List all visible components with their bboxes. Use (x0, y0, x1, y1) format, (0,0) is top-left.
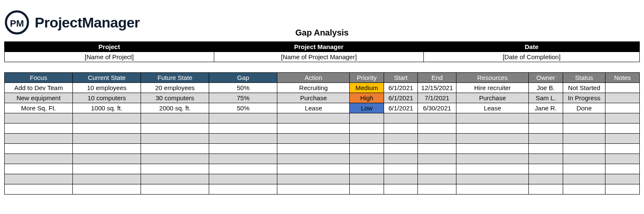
cell-empty[interactable] (418, 184, 456, 195)
cell-empty[interactable] (456, 123, 529, 134)
cell-empty[interactable] (563, 184, 605, 195)
cell-empty[interactable] (605, 113, 640, 123)
cell-focus[interactable]: Add to Dev Team (5, 83, 73, 93)
cell-empty[interactable] (418, 134, 456, 144)
cell-focus[interactable]: New equipment (5, 93, 73, 103)
cell-empty[interactable] (73, 154, 141, 164)
cell-gap[interactable]: 50% (209, 83, 277, 93)
cell-priority[interactable]: Low (350, 103, 384, 113)
cell-empty[interactable] (384, 184, 418, 195)
cell-empty[interactable] (277, 113, 350, 123)
cell-empty[interactable] (350, 134, 384, 144)
meta-value-project[interactable]: [Name of Project] (5, 52, 214, 62)
cell-empty[interactable] (456, 134, 529, 144)
cell-notes[interactable] (605, 103, 640, 113)
cell-empty[interactable] (209, 134, 277, 144)
cell-empty[interactable] (277, 174, 350, 184)
cell-end[interactable]: 12/15/2021 (418, 83, 456, 93)
cell-empty[interactable] (350, 184, 384, 195)
cell-owner[interactable]: Jane R. (529, 103, 563, 113)
cell-empty[interactable] (605, 174, 640, 184)
cell-empty[interactable] (73, 113, 141, 123)
cell-empty[interactable] (73, 174, 141, 184)
cell-priority[interactable]: High (350, 93, 384, 103)
cell-empty[interactable] (456, 164, 529, 174)
cell-empty[interactable] (418, 123, 456, 134)
cell-status[interactable]: Not Started (563, 83, 605, 93)
cell-empty[interactable] (605, 154, 640, 164)
cell-empty[interactable] (529, 123, 563, 134)
cell-empty[interactable] (5, 164, 73, 174)
cell-empty[interactable] (384, 164, 418, 174)
cell-empty[interactable] (456, 113, 529, 123)
cell-empty[interactable] (418, 164, 456, 174)
cell-empty[interactable] (456, 184, 529, 195)
cell-empty[interactable] (563, 144, 605, 154)
cell-resources[interactable]: Lease (456, 103, 529, 113)
cell-empty[interactable] (384, 123, 418, 134)
cell-empty[interactable] (141, 144, 209, 154)
cell-empty[interactable] (73, 123, 141, 134)
cell-empty[interactable] (350, 174, 384, 184)
cell-empty[interactable] (209, 164, 277, 174)
cell-empty[interactable] (73, 134, 141, 144)
cell-current[interactable]: 10 employees (73, 83, 141, 93)
cell-empty[interactable] (277, 184, 350, 195)
cell-status[interactable]: Done (563, 103, 605, 113)
cell-empty[interactable] (350, 164, 384, 174)
cell-action[interactable]: Purchase (277, 93, 350, 103)
cell-empty[interactable] (605, 144, 640, 154)
cell-empty[interactable] (418, 144, 456, 154)
cell-empty[interactable] (209, 154, 277, 164)
cell-empty[interactable] (141, 174, 209, 184)
cell-empty[interactable] (277, 154, 350, 164)
cell-notes[interactable] (605, 93, 640, 103)
cell-empty[interactable] (563, 174, 605, 184)
cell-start[interactable]: 6/1/2021 (384, 103, 418, 113)
cell-empty[interactable] (529, 164, 563, 174)
cell-empty[interactable] (456, 174, 529, 184)
cell-empty[interactable] (277, 134, 350, 144)
cell-empty[interactable] (73, 164, 141, 174)
cell-start[interactable]: 6/1/2021 (384, 93, 418, 103)
cell-empty[interactable] (418, 154, 456, 164)
cell-end[interactable]: 7/1/2021 (418, 93, 456, 103)
cell-empty[interactable] (563, 154, 605, 164)
cell-empty[interactable] (209, 144, 277, 154)
cell-gap[interactable]: 75% (209, 93, 277, 103)
cell-empty[interactable] (563, 113, 605, 123)
cell-owner[interactable]: Joe B. (529, 83, 563, 93)
cell-priority[interactable]: Medium (350, 83, 384, 93)
cell-status[interactable]: In Progress (563, 93, 605, 103)
cell-empty[interactable] (5, 113, 73, 123)
cell-empty[interactable] (5, 123, 73, 134)
cell-empty[interactable] (529, 144, 563, 154)
cell-current[interactable]: 1000 sq. ft. (73, 103, 141, 113)
cell-empty[interactable] (529, 154, 563, 164)
cell-empty[interactable] (350, 154, 384, 164)
cell-empty[interactable] (529, 184, 563, 195)
cell-empty[interactable] (209, 174, 277, 184)
meta-value-date[interactable]: [Date of Completion] (424, 52, 640, 62)
cell-empty[interactable] (350, 123, 384, 134)
cell-empty[interactable] (5, 184, 73, 195)
cell-empty[interactable] (5, 144, 73, 154)
cell-empty[interactable] (605, 123, 640, 134)
cell-empty[interactable] (141, 184, 209, 195)
cell-empty[interactable] (563, 123, 605, 134)
cell-empty[interactable] (141, 134, 209, 144)
cell-resources[interactable]: Hire recruiter (456, 83, 529, 93)
cell-empty[interactable] (73, 184, 141, 195)
cell-empty[interactable] (209, 113, 277, 123)
cell-empty[interactable] (73, 144, 141, 154)
cell-empty[interactable] (384, 154, 418, 164)
cell-empty[interactable] (5, 134, 73, 144)
cell-empty[interactable] (141, 113, 209, 123)
cell-empty[interactable] (141, 123, 209, 134)
cell-future[interactable]: 30 computers (141, 93, 209, 103)
cell-empty[interactable] (456, 144, 529, 154)
cell-owner[interactable]: Sam L. (529, 93, 563, 103)
cell-empty[interactable] (529, 113, 563, 123)
cell-action[interactable]: Lease (277, 103, 350, 113)
cell-empty[interactable] (384, 174, 418, 184)
